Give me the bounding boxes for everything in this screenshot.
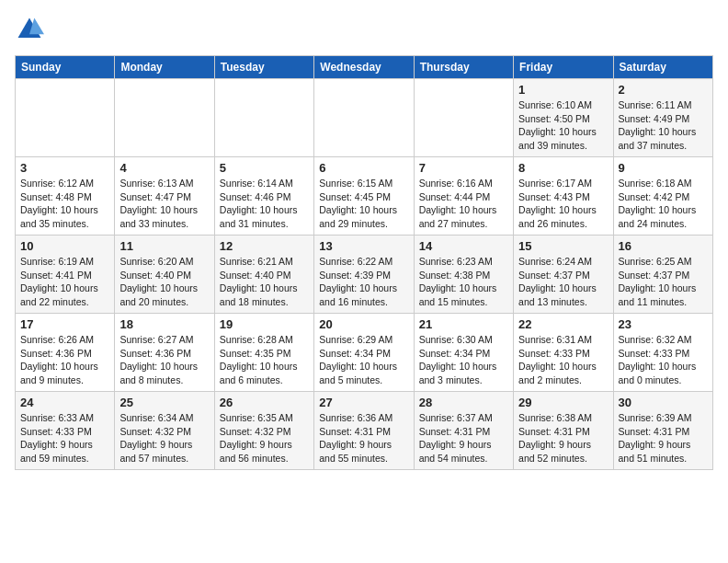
calendar-cell: 7Sunrise: 6:16 AM Sunset: 4:44 PM Daylig… <box>414 157 513 236</box>
day-number: 27 <box>319 396 408 409</box>
day-number: 3 <box>20 161 109 175</box>
header-day: Monday <box>115 56 214 79</box>
day-number: 19 <box>220 317 309 331</box>
day-info: Sunrise: 6:10 AM Sunset: 4:50 PM Dayligh… <box>518 98 608 153</box>
calendar-week-row: 3Sunrise: 6:12 AM Sunset: 4:48 PM Daylig… <box>16 157 713 236</box>
day-number: 21 <box>419 317 508 331</box>
day-number: 28 <box>419 396 508 409</box>
calendar-cell <box>16 79 115 157</box>
day-number: 6 <box>319 161 408 175</box>
day-info: Sunrise: 6:11 AM Sunset: 4:49 PM Dayligh… <box>619 98 708 153</box>
header-day: Tuesday <box>214 56 313 79</box>
calendar-cell: 4Sunrise: 6:13 AM Sunset: 4:47 PM Daylig… <box>115 157 214 236</box>
calendar-cell: 11Sunrise: 6:20 AM Sunset: 4:40 PM Dayli… <box>115 236 214 314</box>
calendar-cell: 27Sunrise: 6:36 AM Sunset: 4:31 PM Dayli… <box>314 392 414 470</box>
day-info: Sunrise: 6:34 AM Sunset: 4:32 PM Dayligh… <box>119 411 209 465</box>
day-number: 16 <box>619 239 708 253</box>
calendar-cell <box>214 79 313 157</box>
calendar-cell: 3Sunrise: 6:12 AM Sunset: 4:48 PM Daylig… <box>16 157 115 236</box>
day-number: 23 <box>619 317 708 331</box>
day-info: Sunrise: 6:17 AM Sunset: 4:43 PM Dayligh… <box>518 177 608 231</box>
day-number: 22 <box>518 317 608 331</box>
calendar-cell: 17Sunrise: 6:26 AM Sunset: 4:36 PM Dayli… <box>16 314 115 392</box>
day-info: Sunrise: 6:18 AM Sunset: 4:42 PM Dayligh… <box>619 177 708 231</box>
calendar-cell: 14Sunrise: 6:23 AM Sunset: 4:38 PM Dayli… <box>414 236 513 314</box>
calendar-cell: 2Sunrise: 6:11 AM Sunset: 4:49 PM Daylig… <box>613 79 712 157</box>
calendar-cell: 1Sunrise: 6:10 AM Sunset: 4:50 PM Daylig… <box>514 79 613 157</box>
day-number: 13 <box>319 239 408 253</box>
day-info: Sunrise: 6:25 AM Sunset: 4:37 PM Dayligh… <box>619 255 708 309</box>
day-info: Sunrise: 6:37 AM Sunset: 4:31 PM Dayligh… <box>419 411 508 465</box>
calendar-cell <box>314 79 414 157</box>
day-number: 11 <box>119 239 209 253</box>
day-info: Sunrise: 6:19 AM Sunset: 4:41 PM Dayligh… <box>20 255 109 309</box>
calendar-cell: 20Sunrise: 6:29 AM Sunset: 4:34 PM Dayli… <box>314 314 414 392</box>
day-info: Sunrise: 6:36 AM Sunset: 4:31 PM Dayligh… <box>319 411 408 465</box>
calendar-cell <box>115 79 214 157</box>
header-row: SundayMondayTuesdayWednesdayThursdayFrid… <box>16 56 713 79</box>
day-info: Sunrise: 6:33 AM Sunset: 4:33 PM Dayligh… <box>20 411 109 465</box>
logo <box>15 15 48 44</box>
header-day: Saturday <box>613 56 712 79</box>
calendar-cell: 18Sunrise: 6:27 AM Sunset: 4:36 PM Dayli… <box>115 314 214 392</box>
day-info: Sunrise: 6:14 AM Sunset: 4:46 PM Dayligh… <box>220 177 309 231</box>
calendar-cell: 29Sunrise: 6:38 AM Sunset: 4:31 PM Dayli… <box>514 392 613 470</box>
day-info: Sunrise: 6:20 AM Sunset: 4:40 PM Dayligh… <box>119 255 209 309</box>
day-number: 1 <box>518 83 608 97</box>
day-number: 17 <box>20 317 109 331</box>
calendar-body: 1Sunrise: 6:10 AM Sunset: 4:50 PM Daylig… <box>16 79 713 470</box>
day-info: Sunrise: 6:29 AM Sunset: 4:34 PM Dayligh… <box>319 333 408 387</box>
calendar-cell: 12Sunrise: 6:21 AM Sunset: 4:40 PM Dayli… <box>214 236 313 314</box>
day-number: 15 <box>518 239 608 253</box>
day-number: 29 <box>518 396 608 409</box>
day-info: Sunrise: 6:22 AM Sunset: 4:39 PM Dayligh… <box>319 255 408 309</box>
calendar-cell: 24Sunrise: 6:33 AM Sunset: 4:33 PM Dayli… <box>16 392 115 470</box>
calendar-week-row: 17Sunrise: 6:26 AM Sunset: 4:36 PM Dayli… <box>16 314 713 392</box>
day-number: 14 <box>419 239 508 253</box>
calendar-cell: 28Sunrise: 6:37 AM Sunset: 4:31 PM Dayli… <box>414 392 513 470</box>
day-info: Sunrise: 6:21 AM Sunset: 4:40 PM Dayligh… <box>220 255 309 309</box>
day-number: 20 <box>319 317 408 331</box>
day-number: 30 <box>619 396 708 409</box>
day-info: Sunrise: 6:39 AM Sunset: 4:31 PM Dayligh… <box>619 411 708 465</box>
page-header <box>15 15 713 44</box>
day-number: 18 <box>119 317 209 331</box>
day-number: 10 <box>20 239 109 253</box>
day-info: Sunrise: 6:32 AM Sunset: 4:33 PM Dayligh… <box>619 333 708 387</box>
calendar-cell: 9Sunrise: 6:18 AM Sunset: 4:42 PM Daylig… <box>613 157 712 236</box>
calendar-cell: 22Sunrise: 6:31 AM Sunset: 4:33 PM Dayli… <box>514 314 613 392</box>
header-day: Wednesday <box>314 56 414 79</box>
calendar-cell: 8Sunrise: 6:17 AM Sunset: 4:43 PM Daylig… <box>514 157 613 236</box>
day-number: 2 <box>619 83 708 97</box>
header-day: Friday <box>514 56 613 79</box>
day-info: Sunrise: 6:24 AM Sunset: 4:37 PM Dayligh… <box>518 255 608 309</box>
day-info: Sunrise: 6:28 AM Sunset: 4:35 PM Dayligh… <box>220 333 309 387</box>
calendar-cell: 19Sunrise: 6:28 AM Sunset: 4:35 PM Dayli… <box>214 314 313 392</box>
calendar-cell <box>414 79 513 157</box>
calendar-week-row: 1Sunrise: 6:10 AM Sunset: 4:50 PM Daylig… <box>16 79 713 157</box>
calendar-cell: 13Sunrise: 6:22 AM Sunset: 4:39 PM Dayli… <box>314 236 414 314</box>
header-day: Sunday <box>16 56 115 79</box>
day-info: Sunrise: 6:15 AM Sunset: 4:45 PM Dayligh… <box>319 177 408 231</box>
day-info: Sunrise: 6:12 AM Sunset: 4:48 PM Dayligh… <box>20 177 109 231</box>
calendar-week-row: 24Sunrise: 6:33 AM Sunset: 4:33 PM Dayli… <box>16 392 713 470</box>
calendar-week-row: 10Sunrise: 6:19 AM Sunset: 4:41 PM Dayli… <box>16 236 713 314</box>
calendar-header: SundayMondayTuesdayWednesdayThursdayFrid… <box>16 56 713 79</box>
calendar-cell: 21Sunrise: 6:30 AM Sunset: 4:34 PM Dayli… <box>414 314 513 392</box>
day-number: 8 <box>518 161 608 175</box>
header-day: Thursday <box>414 56 513 79</box>
day-number: 26 <box>220 396 309 409</box>
day-number: 4 <box>119 161 209 175</box>
day-info: Sunrise: 6:23 AM Sunset: 4:38 PM Dayligh… <box>419 255 508 309</box>
day-number: 24 <box>20 396 109 409</box>
day-info: Sunrise: 6:38 AM Sunset: 4:31 PM Dayligh… <box>518 411 608 465</box>
calendar-cell: 25Sunrise: 6:34 AM Sunset: 4:32 PM Dayli… <box>115 392 214 470</box>
day-info: Sunrise: 6:31 AM Sunset: 4:33 PM Dayligh… <box>518 333 608 387</box>
calendar-cell: 6Sunrise: 6:15 AM Sunset: 4:45 PM Daylig… <box>314 157 414 236</box>
day-number: 25 <box>119 396 209 409</box>
day-info: Sunrise: 6:35 AM Sunset: 4:32 PM Dayligh… <box>220 411 309 465</box>
calendar-cell: 5Sunrise: 6:14 AM Sunset: 4:46 PM Daylig… <box>214 157 313 236</box>
day-info: Sunrise: 6:26 AM Sunset: 4:36 PM Dayligh… <box>20 333 109 387</box>
calendar-cell: 26Sunrise: 6:35 AM Sunset: 4:32 PM Dayli… <box>214 392 313 470</box>
day-number: 7 <box>419 161 508 175</box>
